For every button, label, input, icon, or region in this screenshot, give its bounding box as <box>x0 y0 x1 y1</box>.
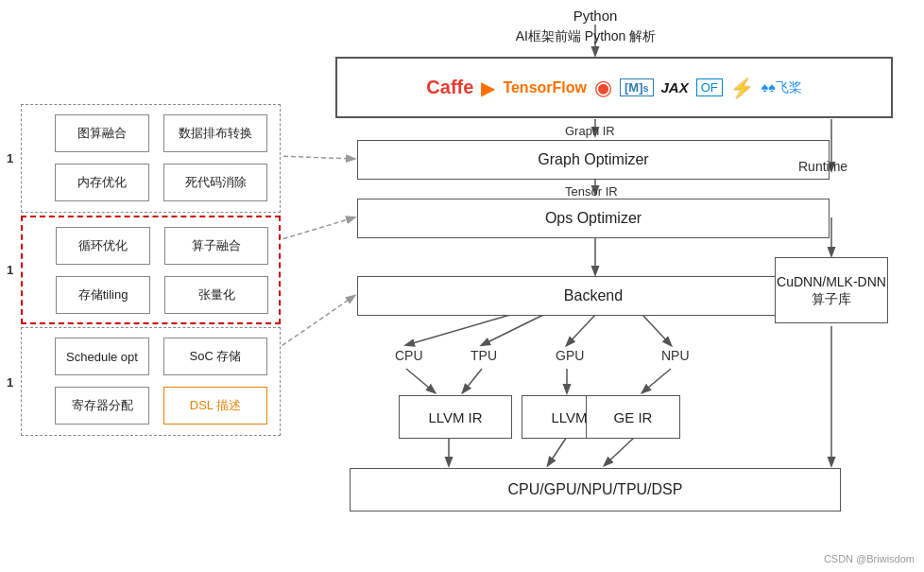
backend-box: Backend <box>357 276 830 316</box>
torch-icon: ◉ <box>594 76 612 100</box>
box-dead-code: 死代码消除 <box>163 164 267 201</box>
jax-label: JAX <box>661 79 689 95</box>
tpu-label: TPU <box>471 348 497 363</box>
tensorflow-label: TensorFlow <box>503 79 587 96</box>
ops-optimizer-box: Ops Optimizer <box>357 199 830 238</box>
svg-line-4 <box>406 315 510 345</box>
box-data-layout: 数据排布转换 <box>163 114 267 152</box>
runtime-label: Runtime <box>798 159 847 174</box>
svg-line-19 <box>276 217 354 241</box>
box-loop-opt: 循环优化 <box>56 227 150 265</box>
left-group-1: 图算融合 数据排布转换 内存优化 死代码消除 <box>21 104 281 213</box>
diagram: Python AI框架前端 Python 解析 Caffe ▶ TensorFl… <box>0 0 924 572</box>
graph-optimizer-box: Graph Optimizer <box>357 140 830 180</box>
box-tensorize: 张量化 <box>164 276 268 314</box>
box-mem-opt: 内存优化 <box>55 164 149 201</box>
left-group-2: 循环优化 算子融合 存储tiling 张量化 <box>21 216 281 324</box>
svg-line-11 <box>642 369 671 392</box>
tf-icon: ▶ <box>481 77 495 99</box>
caffe-label: Caffe <box>426 77 473 98</box>
svg-line-18 <box>276 156 354 159</box>
box-dsl-desc: DSL 描述 <box>163 387 267 425</box>
framework-box: Caffe ▶ TensorFlow ◉ [M]s JAX OF ⚡ ♠♠飞桨 <box>335 57 893 118</box>
group2-number: 1 <box>7 263 13 277</box>
mxnet-label: [M]s <box>620 78 654 96</box>
box-soc-mem: SoC 存储 <box>163 338 267 375</box>
ai-framework-label: AI框架前端 Python 解析 <box>453 28 718 45</box>
cudnn-box: CuDNN/MLK-DNN 算子库 <box>775 257 888 323</box>
cpu-label: CPU <box>395 348 423 363</box>
npu-label: NPU <box>661 348 690 363</box>
box-op-fusion: 算子融合 <box>164 227 268 265</box>
lightning-icon: ⚡ <box>730 77 754 99</box>
left-group-3: Schedule opt SoC 存储 寄存器分配 DSL 描述 <box>21 327 281 436</box>
final-box: CPU/GPU/NPU/TPU/DSP <box>350 468 841 511</box>
ge-ir-box: GE IR <box>586 395 680 439</box>
svg-line-14 <box>605 437 635 465</box>
group3-number: 1 <box>7 375 13 390</box>
oneflow-label: OF <box>696 78 723 96</box>
box-reg-alloc: 寄存器分配 <box>55 387 149 425</box>
box-schedule-opt: Schedule opt <box>55 338 149 375</box>
svg-line-5 <box>482 315 543 345</box>
svg-line-6 <box>567 315 595 345</box>
tensor-ir-label: Tensor IR <box>565 184 618 199</box>
svg-line-9 <box>463 369 482 392</box>
paddle-label: ♠♠飞桨 <box>761 79 802 96</box>
svg-line-13 <box>548 437 567 465</box>
watermark: CSDN @Briwisdom <box>824 553 915 564</box>
llvm-ir-left-box: LLVM IR <box>399 395 512 439</box>
python-label: Python <box>548 8 642 24</box>
gpu-label: GPU <box>556 348 584 363</box>
svg-line-7 <box>642 315 671 345</box>
svg-line-20 <box>276 296 354 350</box>
box-graph-fusion: 图算融合 <box>55 114 149 152</box>
group1-number: 1 <box>7 151 13 165</box>
box-mem-tiling: 存储tiling <box>56 276 150 314</box>
svg-line-8 <box>406 369 435 392</box>
graph-ir-label: Graph IR <box>565 124 615 138</box>
